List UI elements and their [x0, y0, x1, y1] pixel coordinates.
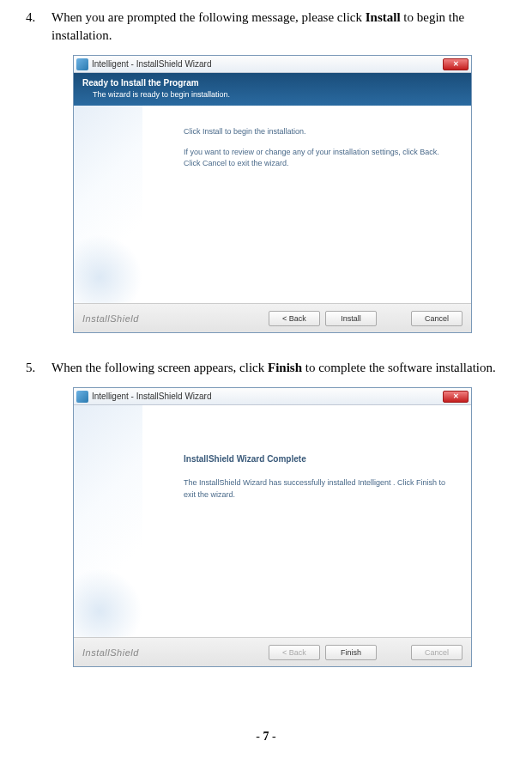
- back-button[interactable]: < Back: [269, 311, 320, 326]
- app-icon: [76, 58, 88, 70]
- footer-bar: InstallShield < Back Install Cancel: [74, 303, 471, 332]
- banner-subtitle: The wizard is ready to begin installatio…: [82, 90, 462, 99]
- step-4: 4. When you are prompted the following m…: [26, 9, 506, 45]
- titlebar: Intelligent - InstallShield Wizard ✕: [74, 56, 471, 73]
- body-area: Click Install to begin the installation.…: [74, 106, 471, 303]
- step-5: 5. When the following screen appears, cl…: [26, 359, 506, 377]
- footer-brand: InstallShield: [82, 647, 139, 658]
- close-icon: ✕: [453, 392, 459, 400]
- wizard-2: Intelligent - InstallShield Wizard ✕ Ins…: [73, 387, 472, 667]
- back-button: < Back: [269, 645, 320, 660]
- close-icon: ✕: [453, 60, 459, 68]
- finish-button[interactable]: Finish: [325, 645, 377, 660]
- step-5-number: 5.: [26, 359, 51, 377]
- step-4-text: When you are prompted the following mess…: [51, 9, 506, 45]
- titlebar: Intelligent - InstallShield Wizard ✕: [74, 388, 471, 405]
- side-graphic: [74, 106, 142, 303]
- body-text: InstallShield Wizard Complete The Instal…: [184, 452, 454, 501]
- close-button[interactable]: ✕: [443, 58, 469, 70]
- banner-title: Ready to Install the Program: [82, 78, 462, 88]
- step-5-text-before: When the following screen appears, click: [51, 361, 268, 374]
- step-5-bold: Finish: [268, 361, 302, 374]
- footer-brand: InstallShield: [82, 313, 139, 324]
- wizard-1-container: Intelligent - InstallShield Wizard ✕ Rea…: [73, 55, 506, 333]
- header-banner: Ready to Install the Program The wizard …: [74, 73, 471, 106]
- cancel-button: Cancel: [411, 645, 462, 660]
- page-number-value: 7: [263, 730, 269, 743]
- install-button[interactable]: Install: [325, 311, 377, 326]
- step-5-text: When the following screen appears, click…: [51, 359, 506, 377]
- step-4-number: 4.: [26, 9, 51, 45]
- body-line2: If you want to review or change any of y…: [184, 147, 454, 170]
- side-graphic: [74, 405, 142, 637]
- body-line1: Click Install to begin the installation.: [184, 126, 454, 138]
- body-text: Click Install to begin the installation.…: [184, 126, 454, 170]
- wizard-2-container: Intelligent - InstallShield Wizard ✕ Ins…: [73, 387, 506, 667]
- body-line1: The InstallShield Wizard has successfull…: [184, 477, 454, 501]
- cancel-button[interactable]: Cancel: [411, 311, 462, 326]
- step-4-bold: Install: [366, 10, 401, 24]
- step-4-text-before: When you are prompted the following mess…: [51, 10, 366, 24]
- wizard-1: Intelligent - InstallShield Wizard ✕ Rea…: [73, 55, 472, 333]
- body-title: InstallShield Wizard Complete: [184, 452, 454, 465]
- footer-bar: InstallShield < Back Finish Cancel: [74, 637, 471, 666]
- window-title: Intelligent - InstallShield Wizard: [92, 59, 443, 69]
- step-5-text-after: to complete the software installation.: [302, 361, 496, 374]
- window-title: Intelligent - InstallShield Wizard: [92, 392, 443, 401]
- app-icon: [76, 391, 88, 403]
- close-button[interactable]: ✕: [443, 391, 469, 403]
- page-number: - 7 -: [0, 730, 532, 744]
- body-area: InstallShield Wizard Complete The Instal…: [74, 405, 471, 637]
